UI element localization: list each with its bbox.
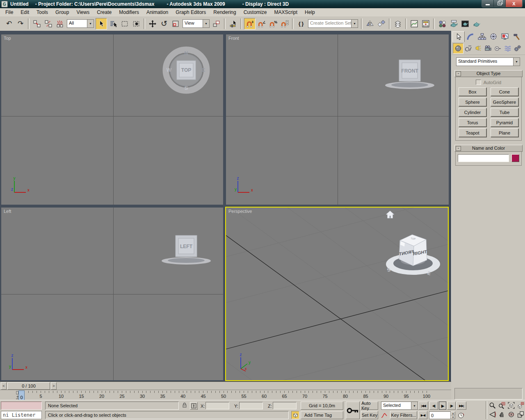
add-time-tag[interactable]: Add Time Tag (301, 411, 343, 419)
cameras-icon[interactable] (483, 43, 493, 53)
spinner-snap-icon[interactable] (279, 18, 290, 29)
menu-edit[interactable]: Edit (17, 9, 33, 16)
motion-tab[interactable] (488, 31, 499, 41)
shapes-icon[interactable] (463, 43, 473, 53)
pan-icon[interactable] (497, 410, 506, 419)
reference-coordinate-dropdown[interactable]: View▼ (183, 19, 210, 28)
modify-tab[interactable] (465, 31, 476, 41)
rectangular-selection-region-icon[interactable] (119, 18, 130, 29)
object-button-torus[interactable]: Torus (459, 118, 486, 127)
unlink-selection-icon[interactable] (43, 18, 54, 29)
viewcube-top[interactable]: NESWTOP (162, 46, 210, 94)
field-of-view-icon[interactable] (488, 410, 497, 419)
hierarchy-tab[interactable] (476, 31, 488, 41)
select-and-link-icon[interactable] (32, 18, 42, 29)
render-setup-icon[interactable] (448, 18, 459, 29)
menu-tools[interactable]: Tools (33, 9, 52, 16)
zoom-extents-all-icon[interactable] (516, 401, 525, 410)
maximize-viewport-toggle-icon[interactable] (516, 410, 525, 419)
time-slider-handle[interactable]: 0 / 100 (7, 382, 50, 390)
menu-animation[interactable]: Animation (143, 9, 172, 16)
previous-frame-button[interactable]: ◀|| (429, 402, 438, 410)
select-and-uniform-scale-icon[interactable] (170, 18, 181, 29)
viewcube-left[interactable]: LEFT (159, 232, 213, 266)
schematic-view-icon[interactable] (420, 18, 431, 29)
object-button-cylinder[interactable]: Cylinder (459, 108, 486, 116)
key-mode-dropdown[interactable]: Selected ▼ (381, 402, 418, 410)
geometry-icon[interactable] (453, 43, 463, 54)
next-frame-button[interactable]: ||▶ (447, 402, 456, 410)
collapse-icon[interactable]: - (456, 146, 461, 151)
mirror-icon[interactable] (365, 18, 375, 29)
menu-rendering[interactable]: Rendering (210, 9, 240, 16)
viewport-front[interactable]: Front FRONT zxy (226, 34, 449, 205)
object-type-rollout-header[interactable]: - Object Type (454, 70, 523, 77)
helpers-icon[interactable] (493, 43, 503, 53)
home-icon[interactable] (386, 210, 395, 219)
viewport-perspective-label[interactable]: Perspective (228, 209, 252, 214)
angle-snap-icon[interactable] (256, 18, 267, 29)
spinner-arrows[interactable]: ▲ ▼ (451, 411, 455, 419)
arc-rotate-icon[interactable] (507, 410, 516, 419)
undo-icon[interactable]: ↶ (4, 18, 14, 29)
y-coordinate-field[interactable] (239, 402, 263, 409)
chevron-down-icon[interactable]: ▼ (411, 402, 418, 409)
curve-editor-icon[interactable] (409, 18, 420, 29)
display-tab[interactable] (499, 31, 511, 41)
select-and-manipulate-icon[interactable] (228, 18, 238, 29)
material-editor-icon[interactable] (437, 18, 447, 29)
use-pivot-point-icon[interactable] (211, 18, 222, 29)
chevron-down-icon[interactable]: ▼ (203, 20, 209, 27)
chevron-down-icon[interactable]: ▼ (87, 20, 94, 27)
z-coordinate-field[interactable] (273, 402, 297, 409)
name-color-rollout-header[interactable]: - Name and Color (454, 145, 523, 152)
time-slider-next-button[interactable]: > (51, 382, 57, 390)
select-by-name-icon[interactable] (108, 18, 119, 29)
menu-graph-editors[interactable]: Graph Editors (172, 9, 210, 16)
set-key-button[interactable]: Set Key (361, 411, 378, 419)
object-button-pyramid[interactable]: Pyramid (491, 118, 518, 127)
play-button[interactable]: ▶ (439, 402, 446, 410)
menu-create[interactable]: Create (93, 9, 115, 16)
x-coordinate-field[interactable] (205, 402, 229, 409)
object-color-swatch[interactable] (511, 154, 519, 162)
go-to-end-button[interactable]: ▶▶| (457, 402, 466, 410)
systems-icon[interactable] (513, 43, 523, 53)
menu-views[interactable]: Views (73, 9, 93, 16)
zoom-icon[interactable] (488, 401, 497, 410)
select-object-icon[interactable] (96, 18, 107, 30)
collapse-icon[interactable]: - (456, 71, 461, 76)
viewport-front-label[interactable]: Front (228, 36, 239, 41)
menu-group[interactable]: Group (52, 9, 73, 16)
viewcube-front[interactable]: FRONT (383, 57, 437, 90)
quick-render-icon[interactable] (471, 18, 482, 29)
go-to-start-button[interactable]: |◀◀ (418, 402, 428, 410)
space-warps-icon[interactable] (503, 43, 513, 53)
menu-file[interactable]: File (2, 9, 17, 16)
object-button-cone[interactable]: Cone (491, 87, 518, 96)
menu-help[interactable]: Help (301, 9, 319, 16)
object-button-geosphere[interactable]: GeoSphere (491, 98, 518, 106)
zoom-extents-icon[interactable] (507, 401, 516, 410)
current-frame-spinner[interactable]: 0 ▲ ▼ (429, 411, 455, 419)
frame-field[interactable]: 0 (429, 411, 451, 419)
absolute-offset-mode-icon[interactable] (190, 402, 198, 410)
viewport-left-label[interactable]: Left (4, 209, 11, 214)
current-frame-marker[interactable]: 0 (18, 390, 25, 400)
edit-named-selection-sets-icon[interactable]: { } (296, 18, 306, 29)
close-button[interactable]: X (505, 0, 522, 7)
adaptive-degradation-cube-icon[interactable] (291, 411, 299, 419)
object-button-plane[interactable]: Plane (491, 128, 518, 137)
utilities-tab[interactable] (511, 31, 522, 41)
selection-lock-icon[interactable] (181, 402, 188, 409)
menu-modifiers[interactable]: Modifiers (115, 9, 143, 16)
lights-icon[interactable] (473, 43, 483, 53)
menu-customize[interactable]: Customize (240, 9, 271, 16)
object-name-input[interactable] (458, 154, 509, 162)
category-dropdown[interactable]: Standard Primitives ▼ (456, 57, 520, 66)
time-slider-prev-button[interactable]: < (1, 382, 7, 390)
percent-snap-icon[interactable]: % (268, 18, 278, 29)
object-button-teapot[interactable]: Teapot (459, 128, 486, 137)
window-crossing-toggle-icon[interactable] (131, 18, 142, 29)
auto-key-button[interactable]: Auto Key (361, 402, 378, 410)
